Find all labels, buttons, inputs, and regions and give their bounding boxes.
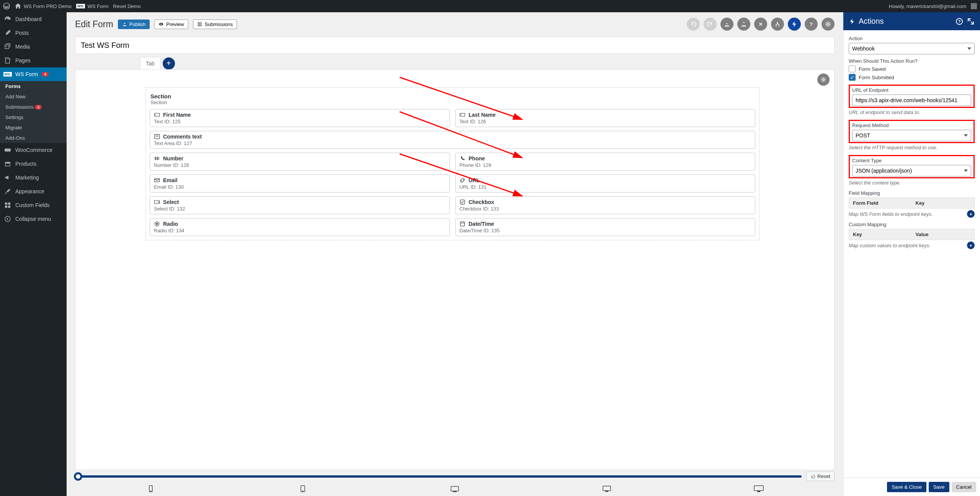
field-radio[interactable]: RadioRadio ID: 134 (150, 218, 450, 236)
avatar (971, 3, 977, 9)
svg-rect-39 (603, 486, 611, 491)
canvas-settings-button[interactable] (817, 73, 830, 86)
highlighted-url-group: URL of Endpoint (849, 85, 975, 108)
section-container[interactable]: Section Section First NameText ID: 125La… (145, 87, 760, 240)
sidebar-sub-forms[interactable]: Forms (0, 81, 67, 91)
reset-demo-link[interactable]: Reset Demo (113, 3, 140, 9)
sidebar-sub-settings[interactable]: Settings (0, 112, 67, 122)
form-name-input[interactable] (75, 37, 835, 54)
cancel-button[interactable]: Cancel (952, 482, 976, 492)
field-number[interactable]: NumberNumber ID: 128 (150, 153, 450, 171)
field-phone[interactable]: PhonePhone ID: 129 (455, 153, 755, 171)
device-phone-icon[interactable] (145, 485, 156, 494)
text-icon (154, 112, 160, 118)
add-tab-button[interactable]: + (163, 57, 175, 70)
sidebar-item-dashboard[interactable]: Dashboard (0, 12, 67, 26)
canvas-footer: Reset (67, 469, 843, 496)
save-close-button[interactable]: Save & Close (887, 482, 926, 492)
sidebar-sub-migrate[interactable]: Migrate (0, 122, 67, 133)
email-icon (154, 177, 160, 183)
action-select[interactable]: Webhook (849, 43, 975, 54)
svg-point-1 (6, 46, 7, 47)
media-icon (4, 43, 11, 51)
reset-width-button[interactable]: Reset (806, 472, 835, 481)
undo-button[interactable] (687, 18, 700, 31)
number-icon (154, 155, 160, 162)
publish-button[interactable]: Publish (118, 20, 150, 29)
url-input[interactable] (852, 95, 971, 106)
form-saved-checkbox[interactable] (849, 65, 856, 72)
form-tab[interactable]: Tab (140, 57, 160, 70)
help-button[interactable]: ? (805, 18, 818, 31)
sidebar-item-collapse[interactable]: Collapse menu (0, 212, 67, 226)
field-datetime[interactable]: Date/TimeDate/Time ID: 135 (455, 218, 755, 236)
wsform-link[interactable]: WS:WS Form (76, 3, 108, 9)
checkbox-icon (459, 199, 466, 205)
section-subtitle: Section (150, 100, 755, 109)
field-meta: Phone ID: 129 (459, 162, 751, 168)
tools-button[interactable] (754, 18, 767, 31)
field-select[interactable]: SelectSelect ID: 132 (150, 196, 450, 214)
actions-button[interactable] (788, 18, 801, 31)
device-desktop-icon[interactable] (753, 485, 764, 494)
section-title: Section (150, 91, 755, 100)
sidebar-item-posts[interactable]: Posts (0, 26, 67, 40)
field-mapping-help: Map WS Form fields to endpoint keys. (849, 211, 967, 217)
conditional-button[interactable] (771, 18, 784, 31)
add-custom-mapping-button[interactable]: + (967, 241, 975, 249)
sidebar-item-woocommerce[interactable]: WooCommerce (0, 143, 67, 157)
export-button[interactable] (737, 18, 750, 31)
panel-help-icon[interactable]: ? (956, 18, 963, 25)
sidebar-item-products[interactable]: Products (0, 157, 67, 171)
field-text[interactable]: First NameText ID: 125 (150, 109, 450, 127)
page-title: Edit Form (75, 19, 113, 29)
wp-logo[interactable] (3, 3, 10, 10)
save-button[interactable]: Save (929, 482, 949, 492)
device-laptop-icon[interactable] (601, 485, 612, 494)
svg-point-36 (302, 491, 303, 491)
field-checkbox[interactable]: CheckboxCheckbox ID: 133 (455, 196, 755, 214)
form-submitted-checkbox[interactable]: ✓ (849, 74, 856, 81)
sidebar-item-wsform[interactable]: WS:WS Form4 (0, 67, 67, 81)
field-textarea[interactable]: Comments textText Area ID: 127 (150, 131, 755, 149)
custom-mapping-label: Custom Mapping (849, 222, 975, 227)
ctype-select[interactable]: JSON (application/json) (852, 165, 971, 176)
sidebar-item-media[interactable]: Media (0, 40, 67, 54)
panel-header: Actions ? (843, 12, 980, 30)
megaphone-icon (4, 174, 11, 181)
field-name: Email (163, 177, 177, 183)
width-slider[interactable] (75, 475, 802, 478)
site-link[interactable]: WS Form PRO Demo (15, 3, 72, 10)
field-name: Last Name (469, 112, 496, 118)
svg-text:?: ? (810, 22, 813, 27)
form-canvas: Section Section First NameText ID: 125La… (75, 69, 835, 496)
field-mapping-header: Form FieldKey (849, 197, 975, 209)
import-button[interactable] (720, 18, 733, 31)
svg-rect-42 (758, 491, 760, 492)
archive-icon (4, 160, 11, 168)
method-select[interactable]: POST (852, 130, 971, 141)
sidebar-sub-addons[interactable]: Add-Ons (0, 133, 67, 143)
slider-thumb[interactable] (74, 472, 82, 481)
settings-button[interactable] (822, 18, 835, 31)
sidebar-item-appearance[interactable]: Appearance (0, 184, 67, 198)
sidebar-item-customfields[interactable]: Custom Fields (0, 198, 67, 212)
sidebar-sub-addnew[interactable]: Add New (0, 91, 67, 102)
redo-button[interactable] (704, 18, 717, 31)
custom-mapping-header: KeyValue (849, 229, 975, 240)
submissions-button[interactable]: Submissions (193, 20, 237, 29)
howdy-link[interactable]: Howdy, maverickandrii@gmail.com (889, 3, 977, 9)
field-text[interactable]: Last NameText ID: 126 (455, 109, 755, 127)
sidebar-item-marketing[interactable]: Marketing (0, 171, 67, 184)
panel-expand-icon[interactable] (967, 18, 975, 25)
sidebar-item-pages[interactable]: Pages (0, 54, 67, 67)
device-tablet-portrait-icon[interactable] (297, 485, 308, 494)
sidebar-sub-submissions[interactable]: Submissions 4 (0, 102, 67, 112)
preview-button[interactable]: Preview (154, 20, 188, 29)
field-url[interactable]: URLURL ID: 131 (455, 175, 755, 193)
field-email[interactable]: EmailEmail ID: 130 (150, 175, 450, 193)
field-name: Comments text (163, 134, 202, 140)
add-field-mapping-button[interactable]: + (967, 210, 975, 218)
field-meta: Number ID: 128 (154, 162, 446, 168)
device-tablet-landscape-icon[interactable] (449, 485, 460, 494)
